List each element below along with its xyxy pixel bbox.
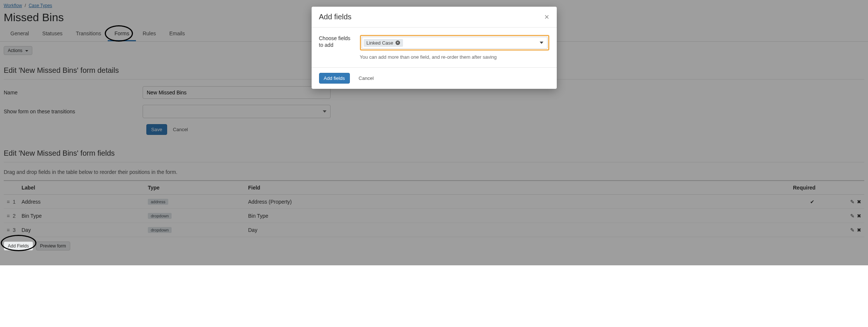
add-fields-button[interactable]: Add Fields bbox=[4, 242, 33, 250]
add-fields-modal: Add fields × Choose fields to add Linked… bbox=[312, 7, 557, 89]
modal-title: Add fields bbox=[319, 13, 352, 21]
remove-token-icon[interactable]: ✕ bbox=[396, 41, 400, 45]
choose-fields-label: Choose fields to add bbox=[319, 35, 360, 60]
field-token-linked-case: Linked Case ✕ bbox=[364, 39, 403, 47]
chevron-down-icon bbox=[540, 42, 543, 44]
modal-add-fields-button[interactable]: Add fields bbox=[319, 73, 350, 84]
fields-multiselect[interactable]: Linked Case ✕ bbox=[360, 35, 549, 51]
close-icon[interactable]: × bbox=[544, 13, 549, 21]
modal-cancel-button[interactable]: Cancel bbox=[354, 73, 378, 83]
token-label: Linked Case bbox=[367, 40, 393, 46]
modal-hint: You can add more than one field, and re-… bbox=[360, 54, 549, 60]
